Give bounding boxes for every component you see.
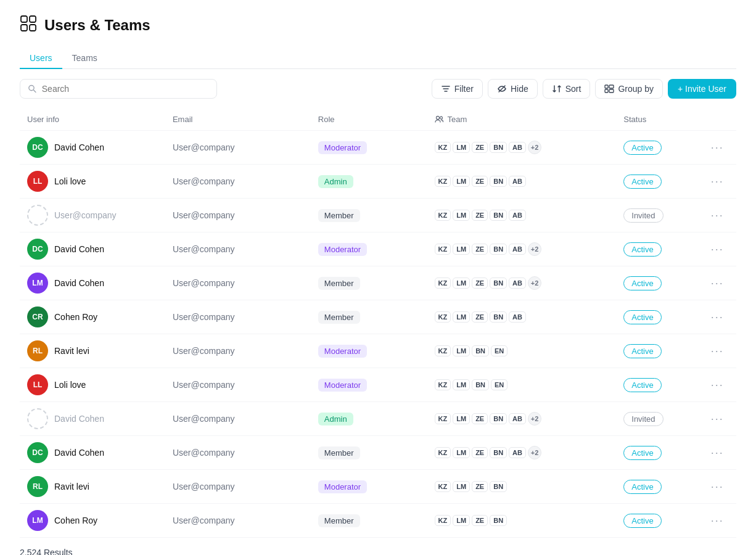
table-row: DC David Cohen User@company Member KZLMZ… [20, 436, 736, 470]
more-options-button[interactable]: ··· [711, 413, 724, 426]
user-name: Loli love [54, 176, 86, 186]
tab-teams[interactable]: Teams [62, 48, 107, 69]
svg-rect-8 [609, 85, 614, 88]
status-badge: Invited [623, 412, 663, 426]
table-row: RL Ravit levi User@company Moderator KZL… [20, 334, 736, 368]
team-tag: AB [509, 311, 526, 323]
email-cell: User@company [165, 232, 311, 266]
status-cell: Invited [616, 402, 704, 436]
email-cell: User@company [165, 402, 311, 436]
avatar: RL [27, 340, 48, 361]
more-options-button[interactable]: ··· [711, 514, 724, 527]
user-info-cell: LM Cohen Roy [20, 504, 165, 538]
svg-rect-2 [21, 25, 27, 31]
team-tag: LM [453, 345, 470, 356]
team-tag: KZ [435, 142, 451, 153]
role-badge: Member [318, 514, 360, 527]
email-cell: User@company [165, 368, 311, 402]
team-tag: BN [472, 379, 489, 390]
team-tag: BN [490, 447, 507, 458]
user-info-cell: RL Ravit levi [20, 470, 165, 504]
role-cell: Member [311, 300, 427, 334]
more-options-button[interactable]: ··· [711, 480, 724, 493]
avatar: LL [27, 374, 48, 395]
actions-cell[interactable]: ··· [704, 334, 736, 368]
sort-icon [552, 84, 562, 94]
team-tag: AB [509, 142, 526, 153]
col-header-user-info: User info [20, 109, 165, 131]
team-tag: AB [509, 447, 526, 458]
tab-users[interactable]: Users [20, 48, 62, 69]
more-options-button[interactable]: ··· [711, 141, 724, 154]
hide-button[interactable]: Hide [488, 79, 538, 99]
col-header-team: Team [427, 109, 617, 131]
filter-button[interactable]: Filter [432, 79, 483, 99]
team-tag: LM [453, 142, 470, 153]
user-name: Cohen Roy [54, 516, 97, 525]
more-options-button[interactable]: ··· [711, 311, 724, 324]
team-tag-more: +2 [528, 141, 541, 154]
team-cell: KZLMZEBNAB+2 [427, 232, 617, 266]
table-row: CR Cohen Roy User@company Member KZLMZEB… [20, 300, 736, 334]
toolbar: Filter Hide Sort Group by + Invite User [20, 79, 736, 99]
more-options-button[interactable]: ··· [711, 379, 724, 392]
team-cell: KZLMZEBNAB [427, 165, 617, 199]
more-options-button[interactable]: ··· [711, 345, 724, 358]
email-cell: User@company [165, 470, 311, 504]
team-tag: LM [453, 244, 470, 255]
actions-cell[interactable]: ··· [704, 165, 736, 199]
team-cell: KZLMZEBN [427, 470, 617, 504]
actions-cell[interactable]: ··· [704, 199, 736, 232]
team-tag: KZ [435, 210, 451, 221]
search-box[interactable] [20, 79, 217, 99]
role-cell: Moderator [311, 368, 427, 402]
user-info-cell: David Cohen [20, 402, 165, 436]
user-info-cell: LM David Cohen [20, 266, 165, 300]
team-cell: KZLMZEBNAB+2 [427, 266, 617, 300]
team-tag: LM [453, 515, 470, 526]
team-tag: KZ [435, 481, 451, 492]
actions-cell[interactable]: ··· [704, 470, 736, 504]
more-options-button[interactable]: ··· [711, 175, 724, 188]
role-badge: Moderator [318, 141, 367, 154]
search-input[interactable] [42, 84, 209, 94]
status-badge: Active [623, 276, 661, 290]
team-tag: BN [490, 176, 507, 187]
more-options-button[interactable]: ··· [711, 446, 724, 459]
team-tag: BN [490, 244, 507, 255]
team-tag: AB [509, 176, 526, 187]
more-options-button[interactable]: ··· [711, 277, 724, 290]
group-by-button[interactable]: Group by [595, 79, 663, 99]
status-cell: Invited [616, 199, 704, 232]
status-cell: Active [616, 232, 704, 266]
email-cell: User@company [165, 504, 311, 538]
more-options-button[interactable]: ··· [711, 209, 724, 222]
more-options-button[interactable]: ··· [711, 243, 724, 256]
sort-button[interactable]: Sort [543, 79, 591, 99]
status-cell: Active [616, 131, 704, 165]
actions-cell[interactable]: ··· [704, 402, 736, 436]
actions-cell[interactable]: ··· [704, 131, 736, 165]
actions-cell[interactable]: ··· [704, 368, 736, 402]
status-badge: Active [623, 344, 661, 358]
actions-cell[interactable]: ··· [704, 436, 736, 470]
actions-cell[interactable]: ··· [704, 266, 736, 300]
user-name: David Cohen [54, 448, 104, 458]
team-tag: KZ [435, 345, 451, 356]
col-header-email: Email [165, 109, 311, 131]
role-badge: Admin [318, 175, 353, 188]
actions-cell[interactable]: ··· [704, 504, 736, 538]
team-tag: KZ [435, 379, 451, 390]
actions-cell[interactable]: ··· [704, 232, 736, 266]
user-name: Cohen Roy [54, 312, 97, 322]
actions-cell[interactable]: ··· [704, 300, 736, 334]
page-title: Users & Teams [44, 17, 150, 34]
status-badge: Active [623, 310, 661, 324]
team-tag: KZ [435, 278, 451, 289]
team-cell: KZLMZEBNAB+2 [427, 131, 617, 165]
role-cell: Moderator [311, 334, 427, 368]
email-cell: User@company [165, 131, 311, 165]
role-badge: Member [318, 311, 360, 324]
email-cell: User@company [165, 165, 311, 199]
invite-user-button[interactable]: + Invite User [668, 79, 736, 99]
